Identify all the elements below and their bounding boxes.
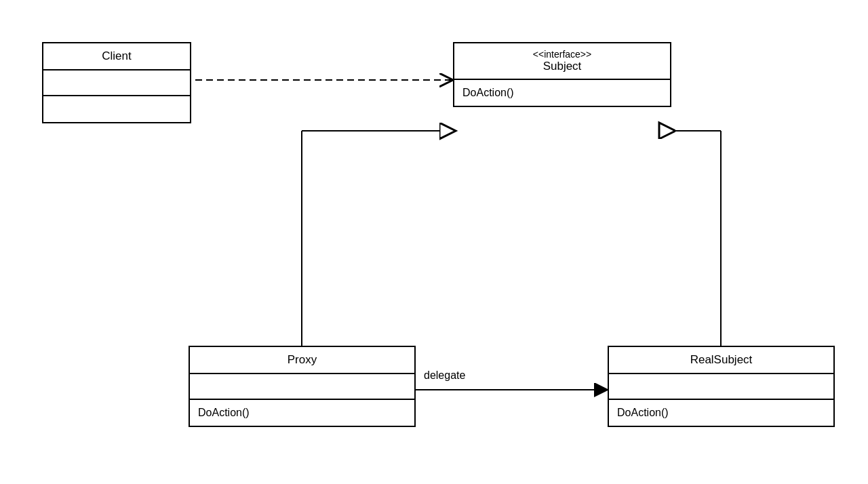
realsubject-section-1 [609,374,833,400]
realsubject-doaction-section: DoAction() [609,400,833,426]
subject-doaction-label: DoAction() [462,87,514,99]
delegate-label: delegate [424,369,465,382]
client-section-1 [43,70,190,96]
subject-name-label: Subject [543,60,582,73]
client-name-label: Client [102,49,131,63]
realsubject-title: RealSubject [609,347,833,374]
uml-diagram: Client <<interface>> Subject DoAction() … [0,0,868,484]
realsubject-name-label: RealSubject [690,353,753,367]
client-section-2 [43,96,190,122]
proxy-doaction-section: DoAction() [190,400,414,426]
subject-title: <<interface>> Subject [454,43,670,80]
subject-box: <<interface>> Subject DoAction() [453,42,671,107]
proxy-name-label: Proxy [288,353,317,367]
subject-doaction-section: DoAction() [454,80,670,106]
proxy-title: Proxy [190,347,414,374]
realsubject-doaction-label: DoAction() [617,407,669,419]
proxy-doaction-label: DoAction() [198,407,250,419]
proxy-section-1 [190,374,414,400]
client-box: Client [42,42,191,123]
proxy-box: Proxy DoAction() [189,346,416,427]
subject-stereotype-label: <<interface>> [533,49,591,60]
client-title: Client [43,43,190,70]
realsubject-box: RealSubject DoAction() [608,346,835,427]
